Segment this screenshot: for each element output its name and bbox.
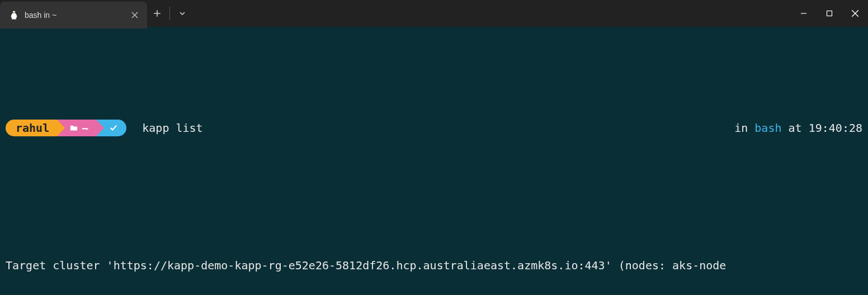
command-text: kapp list xyxy=(142,120,202,136)
right-shell: bash xyxy=(754,121,781,135)
prompt-line: rahul ~ kapp list in bash at 19:40:28 xyxy=(6,103,862,153)
tab-dropdown-button[interactable] xyxy=(172,3,192,23)
terminal-tab[interactable]: bash in ~ xyxy=(0,2,147,28)
prompt-user: rahul xyxy=(16,120,49,136)
new-tab-button[interactable] xyxy=(147,3,167,23)
maximize-button[interactable] xyxy=(817,0,842,27)
right-at: at xyxy=(789,121,802,135)
svg-point-0 xyxy=(13,12,14,13)
svg-point-1 xyxy=(15,12,16,13)
window-controls xyxy=(791,0,868,27)
folder-icon xyxy=(69,120,78,136)
close-tab-button[interactable] xyxy=(129,9,140,21)
tux-icon xyxy=(9,10,19,20)
right-time: 19:40:28 xyxy=(809,121,862,135)
prompt-dir: ~ xyxy=(82,120,88,136)
titlebar-left: bash in ~ xyxy=(0,0,192,27)
terminal-body[interactable]: rahul ~ kapp list in bash at 19:40:28 Ta… xyxy=(0,27,868,295)
target-cluster-line1: Target cluster 'https://kapp-demo-kapp-r… xyxy=(6,257,862,274)
prompt-user-segment: rahul xyxy=(6,120,57,136)
prompt-right: in bash at 19:40:28 xyxy=(694,103,862,153)
title-bar: bash in ~ xyxy=(0,0,868,27)
tab-title: bash in ~ xyxy=(25,11,56,20)
close-window-button[interactable] xyxy=(842,0,868,27)
svg-rect-2 xyxy=(827,11,832,16)
command-output: Target cluster 'https://kapp-demo-kapp-r… xyxy=(6,223,862,295)
check-icon xyxy=(108,120,119,136)
right-in: in xyxy=(734,121,748,135)
minimize-button[interactable] xyxy=(791,0,817,27)
prompt-left: rahul ~ kapp list xyxy=(6,120,203,136)
divider xyxy=(169,7,170,20)
